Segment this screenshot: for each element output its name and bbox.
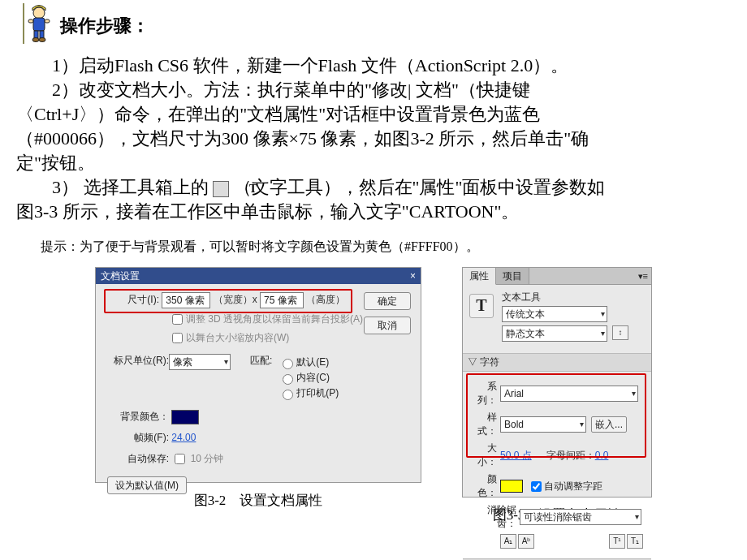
svg-rect-5 xyxy=(45,19,50,23)
autosave-label: 自动保存: xyxy=(107,452,169,466)
autokern-label: 自动调整字距 xyxy=(544,480,602,493)
fps-value[interactable]: 24.00 xyxy=(171,432,196,443)
step-2-line-2: 〈Ctrl+J〉）命令，在弹出的"文档属性"对话框中设置背景色为蓝色 xyxy=(16,102,731,127)
dialog-title: 文档设置 xyxy=(101,268,140,284)
scale-content-label: 以舞台大小缩放内容(W) xyxy=(186,331,289,345)
svg-rect-3 xyxy=(33,18,45,31)
fps-label: 帧频(F): xyxy=(107,431,169,445)
step-1: 1）启动Flash CS6 软件，新建一个Flash 文件（ActionScri… xyxy=(16,54,731,78)
text-color-label: 颜色： xyxy=(469,472,497,500)
mascot-icon xyxy=(16,6,57,45)
match-content-label: 内容(C) xyxy=(296,371,330,385)
match-printer-radio[interactable] xyxy=(283,390,293,400)
font-size-value[interactable]: 50.0 点 xyxy=(500,449,532,463)
orientation-icon[interactable]: ↕ xyxy=(612,325,628,340)
width-label: （宽度）x xyxy=(214,294,257,305)
bg-color-swatch[interactable] xyxy=(171,410,199,424)
section-title: 操作步骤： xyxy=(60,14,149,38)
svg-point-2 xyxy=(33,7,45,19)
autokern-checkbox[interactable] xyxy=(531,481,542,492)
set-default-button[interactable]: 设为默认值(M) xyxy=(107,476,187,494)
svg-point-9 xyxy=(39,38,45,42)
close-icon[interactable]: × xyxy=(410,268,416,284)
superscript-icon[interactable]: Aᵇ xyxy=(518,534,534,549)
step-3-suffix: （文字工具），然后在"属性"面板中设置参数如 xyxy=(234,177,606,197)
step-2-line-4: 定"按钮。 xyxy=(16,151,731,175)
antialias-label: 消除锯齿： xyxy=(469,503,516,531)
step-2-line-3: （#000066），文档尺寸为300 像素×75 像素，如图3-2 所示，然后单… xyxy=(16,127,731,151)
text-type-select-2[interactable]: 静态文本 xyxy=(502,325,607,342)
document-settings-dialog: 文档设置 × 确定 取消 尺寸(I): 350 像索 （宽度）x 75 像索 （… xyxy=(95,267,421,483)
adjust-3d-label: 调整 3D 透视角度以保留当前舞台投影(A) xyxy=(186,312,363,326)
step-3-line-1: 3） 选择工具箱上的 T （文字工具），然后在"属性"面板中设置参数如 xyxy=(16,175,731,200)
font-size-label: 大小： xyxy=(469,442,497,469)
antialias-select[interactable]: 可读性消除锯齿 xyxy=(520,509,641,525)
t-option-1-icon[interactable]: T¹ xyxy=(609,534,625,549)
panel-menu-icon[interactable]: ▾≡ xyxy=(638,268,651,284)
font-style-select[interactable]: Bold xyxy=(500,416,586,433)
svg-rect-7 xyxy=(40,31,44,38)
svg-rect-4 xyxy=(28,19,33,23)
step-2-line-1: 2）改变文档大小。方法：执行菜单中的"修改| 文档"（快捷键 xyxy=(16,78,731,102)
bg-color-label: 背景颜色： xyxy=(107,410,169,424)
text-color-swatch[interactable] xyxy=(500,480,523,493)
svg-rect-0 xyxy=(23,3,24,44)
size-label: 尺寸(I): xyxy=(107,293,159,307)
height-input[interactable]: 75 像索 xyxy=(260,292,304,308)
svg-rect-6 xyxy=(34,31,38,38)
embed-button[interactable]: 嵌入... xyxy=(591,416,627,433)
subscript-icon[interactable]: A₁ xyxy=(500,534,516,549)
adjust-3d-checkbox[interactable] xyxy=(172,314,183,325)
step-3-line-2: 图3-3 所示，接着在工作区中单击鼠标，输入文字"CARTOON"。 xyxy=(16,200,731,224)
tip-text: 提示：为了便于与背景观看，可以暂时将文字颜色设置为黄色（#FFFF00）。 xyxy=(41,239,731,256)
ruler-unit-select[interactable]: 像索 xyxy=(169,354,231,370)
text-tool-icon: T xyxy=(213,181,229,197)
tab-project[interactable]: 项目 xyxy=(496,268,529,284)
t-option-2-icon[interactable]: T₁ xyxy=(627,534,643,549)
step-3-prefix: 3） 选择工具箱上的 xyxy=(52,177,209,197)
svg-point-8 xyxy=(32,38,39,42)
match-default-label: 默认(E) xyxy=(296,355,329,369)
style-label: 样式： xyxy=(469,411,497,438)
text-type-select-1[interactable]: 传统文本 xyxy=(502,306,607,322)
text-tool-big-icon: T xyxy=(469,294,494,318)
match-label: 匹配: xyxy=(250,355,272,366)
match-content-radio[interactable] xyxy=(283,374,293,385)
autosave-value: 10 分钟 xyxy=(191,453,224,464)
ruler-unit-label: 标尺单位(R): xyxy=(107,354,169,368)
match-default-radio[interactable] xyxy=(283,359,293,369)
autosave-checkbox[interactable] xyxy=(175,454,185,464)
family-label: 系列： xyxy=(469,380,497,407)
scale-content-checkbox[interactable] xyxy=(172,333,183,343)
height-label: （高度） xyxy=(306,294,345,305)
properties-panel: 属性 项目 ▾≡ T 文本工具 传统文本 静态文本 ↕ xyxy=(462,267,652,498)
width-input[interactable]: 350 像索 xyxy=(162,292,210,308)
tool-name-label: 文本工具 xyxy=(502,291,645,304)
match-printer-label: 打印机(P) xyxy=(296,386,339,400)
cancel-button[interactable]: 取消 xyxy=(364,317,411,334)
section-character[interactable]: ▽ 字符 xyxy=(463,353,651,372)
font-family-select[interactable]: Arial xyxy=(500,386,638,402)
tab-properties[interactable]: 属性 xyxy=(463,268,496,285)
letter-spacing-label: 字母间距： xyxy=(546,449,595,463)
letter-spacing-value[interactable]: 0.0 xyxy=(595,450,609,461)
